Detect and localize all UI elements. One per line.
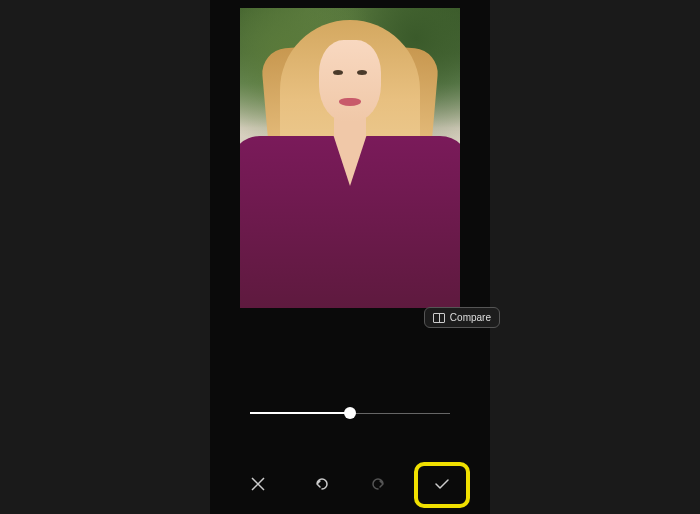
intensity-slider[interactable] <box>210 403 490 423</box>
history-controls <box>304 466 396 502</box>
undo-icon <box>313 475 331 493</box>
slider-thumb[interactable] <box>344 407 356 419</box>
image-canvas-area: Compare <box>210 0 490 308</box>
photo-content <box>319 40 381 122</box>
undo-button[interactable] <box>304 466 340 502</box>
check-icon <box>433 475 451 493</box>
cancel-button[interactable] <box>240 466 276 502</box>
photo-content <box>240 136 460 308</box>
close-icon <box>250 476 266 492</box>
redo-button[interactable] <box>360 466 396 502</box>
compare-button[interactable]: Compare <box>424 307 500 328</box>
editor-panel: Compare <box>210 0 490 514</box>
compare-label: Compare <box>450 312 491 323</box>
redo-icon <box>369 475 387 493</box>
photo-preview[interactable] <box>240 8 460 308</box>
compare-icon <box>433 313 445 323</box>
slider-fill <box>250 412 350 414</box>
confirm-button[interactable] <box>424 466 460 502</box>
bottom-toolbar <box>210 466 490 502</box>
